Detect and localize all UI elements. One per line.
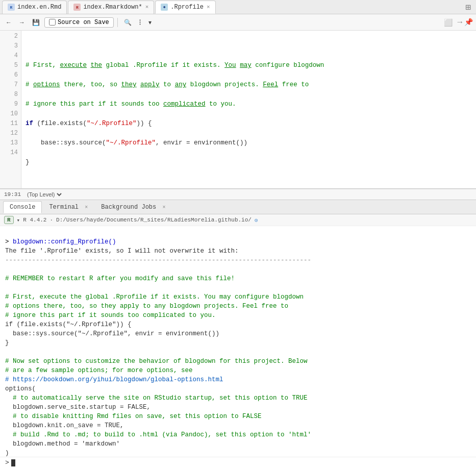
toolbar-right: ⬜ → 📌: [441, 17, 473, 28]
forward-button[interactable]: →: [16, 17, 28, 28]
source-on-save-label: Source on Save: [58, 19, 109, 26]
format-icon: ⁝: [139, 17, 141, 27]
search-icon: 🔍: [124, 19, 132, 26]
pin-icon: 📌: [464, 18, 473, 27]
close-terminal[interactable]: ×: [85, 205, 88, 210]
console-path: D:/Users/hayde/Documents/R_sites/RLadies…: [56, 217, 252, 223]
tab-terminal[interactable]: Terminal ×: [43, 202, 94, 213]
cursor-position: 19:31: [4, 191, 21, 198]
tab-rprofile[interactable]: ◆ .Rprofile ×: [155, 1, 215, 14]
editor-tab-bar: R index.en.Rmd R index.Rmarkdown* × ◆ .R…: [0, 0, 476, 14]
tab-index-en-rmd[interactable]: R index.en.Rmd: [2, 1, 67, 14]
source-on-save-checkbox[interactable]: [49, 19, 56, 26]
search-button[interactable]: 🔍: [121, 17, 134, 28]
close-background-jobs[interactable]: ×: [162, 205, 165, 210]
back-button[interactable]: ←: [3, 17, 14, 28]
tab-background-jobs[interactable]: Background Jobs ×: [95, 202, 171, 213]
rmarkdown-icon: R: [73, 4, 81, 11]
bottom-panel: Console Terminal × Background Jobs × R ▾…: [0, 200, 476, 468]
rprofile-icon: ◆: [161, 4, 168, 11]
status-bar: 19:31 (Top Level): [0, 189, 476, 200]
path-icon[interactable]: ⊙: [255, 217, 258, 224]
code-text: # First, execute the global .Rprofile if…: [21, 31, 476, 189]
console-cursor: [11, 459, 15, 466]
console-input-line[interactable]: >: [0, 457, 476, 468]
close-rprofile[interactable]: ×: [207, 4, 210, 10]
bottom-tab-bar: Console Terminal × Background Jobs ×: [0, 200, 476, 214]
dropdown-icon: ▾: [148, 19, 152, 26]
save-button[interactable]: 💾: [30, 17, 42, 28]
r-version: R 4.4.2: [23, 217, 46, 223]
tab-console[interactable]: Console: [3, 201, 42, 213]
tab-index-rmarkdown[interactable]: R index.Rmarkdown* ×: [68, 1, 154, 14]
source-on-save-control[interactable]: Source on Save: [44, 17, 114, 28]
r-badge: R: [4, 216, 14, 224]
console-prompt-symbol: >: [5, 459, 9, 466]
rmd-icon: R: [8, 4, 15, 11]
panel-button[interactable]: ⬜: [441, 17, 455, 28]
bullet-separator: ·: [49, 217, 53, 223]
tab-bar-right: ⊞: [465, 2, 474, 13]
arrow-right-icon: →: [457, 18, 462, 27]
line-numbers: 2 3 4 5 6 7 8 9 10 11 12 13 14: [0, 31, 21, 188]
close-index-rmarkdown[interactable]: ×: [145, 4, 149, 10]
console-output[interactable]: > blogdown::config_Rprofile() The file '…: [0, 226, 476, 457]
panel-icon: ⬜: [444, 18, 453, 27]
dropdown-button[interactable]: ▾: [146, 17, 154, 28]
toolbar-sep-1: [117, 18, 118, 27]
back-icon: ←: [6, 19, 12, 26]
code-editor[interactable]: 2 3 4 5 6 7 8 9 10 11 12 13 14 # First, …: [0, 31, 476, 189]
save-icon: 💾: [32, 19, 40, 26]
forward-icon: →: [19, 19, 25, 26]
expand-icon[interactable]: ⊞: [465, 2, 471, 13]
console-toolbar: R ▾ R 4.4.2 · D:/Users/hayde/Documents/R…: [0, 214, 476, 226]
top-level-select[interactable]: (Top Level): [25, 191, 63, 198]
editor-toolbar: ← → 💾 Source on Save 🔍 ⁝ ▾ ⬜ → 📌: [0, 14, 476, 31]
r-version-arrow: ▾: [17, 217, 20, 224]
format-button[interactable]: ⁝: [136, 16, 144, 29]
